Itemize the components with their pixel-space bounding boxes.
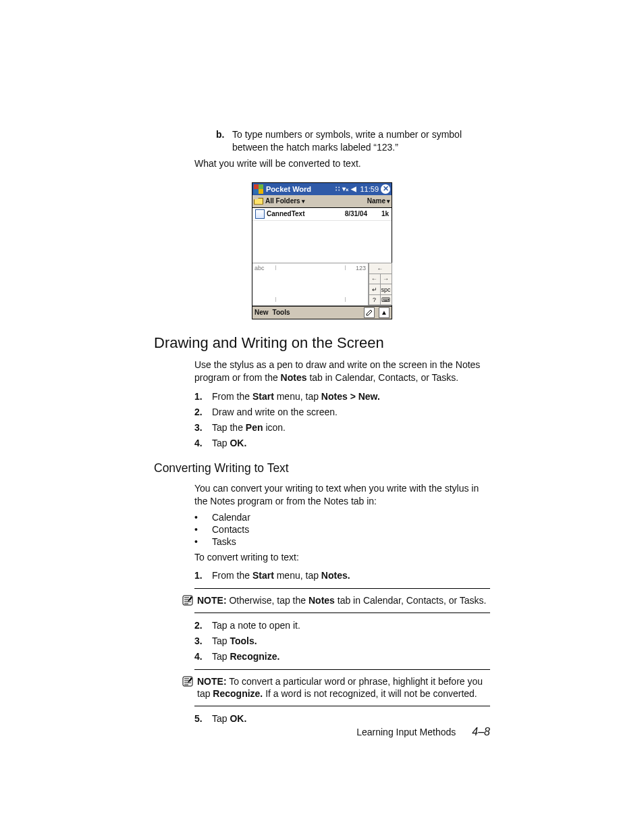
n: 2. xyxy=(194,405,212,419)
t: Tap a note to open it. xyxy=(212,619,300,632)
page: b. To type numbers or symbols, write a n… xyxy=(0,0,644,834)
space-key[interactable]: spc xyxy=(380,284,392,295)
converting-intro: You can convert your writing to text whe… xyxy=(194,482,490,508)
new-menu[interactable]: New xyxy=(254,309,269,316)
intro-block: b. To type numbers or symbols, write a n… xyxy=(194,128,490,169)
pen-icon[interactable] xyxy=(364,307,375,318)
n: 2. xyxy=(194,619,212,632)
tools-menu[interactable]: Tools xyxy=(273,309,290,316)
keyboard-key[interactable]: ⌨ xyxy=(380,294,392,306)
right-key[interactable]: → xyxy=(380,273,392,285)
n: 1. xyxy=(194,390,212,403)
t: Tap Tools. xyxy=(212,634,257,648)
windows-logo-icon xyxy=(254,184,263,194)
section-heading-drawing: Drawing and Writing on the Screen xyxy=(154,334,490,352)
cstep-2: 2.Tap a note to open it. xyxy=(194,619,490,632)
n: 1. xyxy=(194,569,212,582)
li-tasks: •Tasks xyxy=(194,536,490,547)
app-title: Pocket Word xyxy=(266,185,311,193)
folder-bar: All Folders▾ Name▾ xyxy=(252,195,392,208)
backspace-key[interactable]: ← xyxy=(369,263,392,274)
n: 4. xyxy=(194,436,212,450)
file-date: 8/31/04 xyxy=(345,210,367,217)
left-key[interactable]: ← xyxy=(369,273,381,285)
converting-list: •Calendar •Contacts •Tasks xyxy=(194,512,490,547)
t: Tap OK. xyxy=(212,436,246,450)
pocketpc-screenshot: Pocket Word ∷ ▾ₓ ◀ 11:59 ✕ All Folders▾ … xyxy=(154,182,490,319)
connectivity-icon: ∷ xyxy=(336,185,340,192)
close-icon[interactable]: ✕ xyxy=(381,184,390,194)
converting-block: You can convert your writing to text whe… xyxy=(194,482,490,583)
t: Draw and write on the screen. xyxy=(212,405,338,419)
hr-3 xyxy=(194,669,490,670)
name-sort[interactable]: Name▾ xyxy=(367,197,390,205)
device-frame: Pocket Word ∷ ▾ₓ ◀ 11:59 ✕ All Folders▾ … xyxy=(252,182,392,319)
file-icon xyxy=(255,209,265,219)
t: Tap Recognize. xyxy=(212,650,279,663)
folder-dropdown[interactable]: All Folders▾ xyxy=(265,197,305,205)
t: Tap OK. xyxy=(212,712,246,725)
cstep-4: 4.Tap Recognize. xyxy=(194,650,490,663)
step-3: 3.Tap the Pen icon. xyxy=(194,421,490,434)
hr-1 xyxy=(194,588,490,589)
hr-4 xyxy=(194,706,490,706)
n: 4. xyxy=(194,650,212,663)
note-icon xyxy=(182,675,197,701)
li-contacts: •Contacts xyxy=(194,524,490,535)
t: From the Start menu, tap Notes > New. xyxy=(212,390,380,403)
signal-icon: ▾ₓ xyxy=(342,185,348,192)
note-2-body: NOTE: To convert a particular word or ph… xyxy=(197,675,490,701)
step-4: 4.Tap OK. xyxy=(194,436,490,450)
subsection-heading-converting: Converting Writing to Text xyxy=(154,461,490,475)
step-b-text: To type numbers or symbols, write a numb… xyxy=(232,128,490,154)
note-1: NOTE: Otherwise, tap the Notes tab in Ca… xyxy=(182,594,490,607)
page-number: 4–8 xyxy=(472,726,490,738)
side-keypad: ← ← → ↵ spc ? ⌨ xyxy=(368,263,392,305)
drawing-intro: Use the stylus as a pen to draw and writ… xyxy=(194,359,490,384)
n: 3. xyxy=(194,634,212,648)
convert-steps-3: 5.Tap OK. xyxy=(194,712,490,725)
device-titlebar: Pocket Word ∷ ▾ₓ ◀ 11:59 ✕ xyxy=(252,183,392,195)
conversion-sentence: What you write will be converted to text… xyxy=(194,158,490,169)
help-key[interactable]: ? xyxy=(369,294,381,306)
note-2: NOTE: To convert a particular word or ph… xyxy=(182,675,490,701)
convert-steps-2: 2.Tap a note to open it. 3.Tap Tools. 4.… xyxy=(194,619,490,664)
li-calendar: •Calendar xyxy=(194,512,490,523)
step-2: 2.Draw and write on the screen. xyxy=(194,405,490,419)
file-name: CannedText xyxy=(267,210,345,217)
cstep-3: 3.Tap Tools. xyxy=(194,634,490,648)
convert-steps-1: 1.From the Start menu, tap Notes. xyxy=(194,569,490,582)
step-1: 1.From the Start menu, tap Notes > New. xyxy=(194,390,490,403)
t: Tap the Pen icon. xyxy=(212,421,286,434)
enter-key[interactable]: ↵ xyxy=(369,284,381,295)
note-1-body: NOTE: Otherwise, tap the Notes tab in Ca… xyxy=(197,594,490,607)
step-b: b. To type numbers or symbols, write a n… xyxy=(216,128,490,154)
cstep-5: 5.Tap OK. xyxy=(194,712,490,725)
device-bottombar: New Tools ▲ xyxy=(252,306,392,319)
page-footer: Learning Input Methods 4–8 xyxy=(356,726,490,738)
n: 5. xyxy=(194,712,212,725)
file-row[interactable]: CannedText 8/31/04 1k xyxy=(252,208,392,221)
step-b-label: b. xyxy=(216,128,232,154)
convert-steps-2-block: 2.Tap a note to open it. 3.Tap Tools. 4.… xyxy=(194,619,490,664)
t: From the Start menu, tap Notes. xyxy=(212,569,350,582)
handwriting-input-row: abc 123 ← ← → ↵ spc ? ⌨ xyxy=(252,263,392,306)
clock: 11:59 xyxy=(360,185,379,193)
handwriting-panel[interactable]: abc 123 xyxy=(252,263,368,305)
convert-steps-3-block: 5.Tap OK. xyxy=(194,712,490,725)
drawing-block: Use the stylus as a pen to draw and writ… xyxy=(194,359,490,450)
file-list-blank xyxy=(252,221,392,263)
cstep-1: 1.From the Start menu, tap Notes. xyxy=(194,569,490,582)
to-convert-text: To convert writing to text: xyxy=(194,551,490,564)
sip-up-icon[interactable]: ▲ xyxy=(379,307,390,318)
drawing-intro-c: tab in Calendar, Contacts, or Tasks. xyxy=(307,372,459,383)
drawing-steps: 1.From the Start menu, tap Notes > New. … xyxy=(194,390,490,450)
file-size: 1k xyxy=(371,210,389,217)
note-icon xyxy=(182,594,197,607)
drawing-intro-bold: Notes xyxy=(281,372,307,383)
hr-2 xyxy=(194,613,490,613)
n: 3. xyxy=(194,421,212,434)
folder-icon xyxy=(254,198,263,205)
chapter-title: Learning Input Methods xyxy=(356,727,456,737)
speaker-icon: ◀ xyxy=(351,185,356,192)
